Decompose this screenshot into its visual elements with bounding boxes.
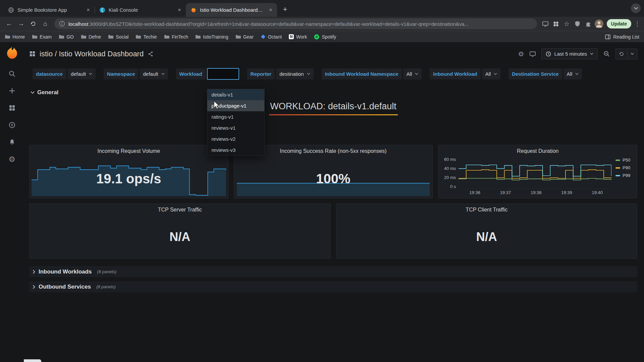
dashboard-grid-icon[interactable]	[29, 51, 36, 57]
new-tab-button[interactable]: +	[280, 4, 290, 15]
panel-row-2: TCP Server Traffic N/A TCP Client Traffi…	[29, 203, 637, 259]
var-dest-svc-label: Destination Service	[508, 68, 562, 79]
kiali-favicon-icon	[99, 7, 105, 13]
bookmark-folder-social[interactable]: Social	[108, 34, 128, 40]
profile-avatar[interactable]	[594, 19, 604, 29]
tab-simple-bookstore[interactable]: Simple Bookstore App ×	[3, 3, 95, 17]
panel-title[interactable]: TCP Client Traffic	[336, 204, 637, 213]
dropdown-item-reviews-v1[interactable]: reviews-v1	[207, 122, 264, 133]
cycle-view-icon[interactable]	[529, 51, 536, 57]
var-reporter-value[interactable]: destination	[276, 68, 314, 79]
chevron-down-icon	[575, 73, 579, 75]
dropdown-item-reviews-v2[interactable]: reviews-v2	[207, 133, 264, 144]
section-panel-count: (8 panels)	[97, 269, 116, 274]
refresh-icon[interactable]	[616, 49, 627, 59]
dropdown-item-details-v1[interactable]: details-v1	[207, 89, 264, 100]
panel-incoming-request-volume: Incoming Request Volume 19.1 ops/s	[29, 145, 228, 198]
duration-legend: P50 P90 P99	[611, 157, 634, 189]
create-plus-icon[interactable]	[8, 87, 16, 95]
grafana-logo[interactable]	[5, 46, 19, 60]
notion-icon: N	[289, 34, 294, 39]
section-inbound-workloads[interactable]: Inbound Workloads (8 panels)	[29, 266, 637, 277]
bookmark-octant[interactable]: Octant	[261, 34, 282, 40]
time-range-picker[interactable]: Last 5 minutes	[541, 48, 598, 59]
bookmark-folder-fintech[interactable]: FinTech	[164, 34, 188, 40]
legend-color-p99	[615, 175, 620, 176]
dashboard-header: istio / Istio Workload Dashboard ⚙ Last …	[24, 42, 644, 63]
puzzle-extensions-icon[interactable]	[583, 19, 593, 29]
desktop-share-icon[interactable]	[540, 19, 550, 29]
back-button[interactable]: ←	[3, 18, 15, 29]
success-rate-stat: 100%	[234, 171, 433, 186]
update-button[interactable]: Update	[607, 19, 631, 28]
close-icon[interactable]: ×	[85, 6, 92, 14]
workload-input[interactable]	[207, 68, 239, 80]
dashboards-icon[interactable]	[8, 104, 16, 112]
bookmark-folder-gear[interactable]: Gear	[235, 34, 254, 40]
dropdown-item-ratings-v1[interactable]: ratings-v1	[207, 111, 264, 122]
share-icon[interactable]	[148, 51, 154, 57]
tcp-client-stat: N/A	[336, 230, 637, 244]
close-icon[interactable]: ×	[267, 6, 274, 14]
address-bar[interactable]: localhost:3000/d/UbsSZTDik/istio-workloa…	[54, 18, 537, 29]
browser-menu-icon[interactable]: ⋮	[634, 19, 641, 29]
alerting-bell-icon[interactable]	[8, 138, 16, 146]
dropdown-item-productpage-v1[interactable]: productpage-v1	[207, 100, 264, 111]
dropdown-item-reviews-v3[interactable]: reviews-v3	[207, 144, 264, 156]
bookmark-spotify[interactable]: Spotify	[314, 34, 336, 40]
breadcrumb[interactable]: istio / Istio Workload Dashboard	[40, 50, 144, 58]
var-namespace-label: Namespace	[104, 68, 138, 79]
grafana-sidebar: ⚙	[0, 42, 24, 362]
dashboard-breadcrumb-wrap: istio / Istio Workload Dashboard	[29, 50, 154, 58]
bookmark-work-notion[interactable]: NWork	[289, 34, 307, 40]
bookmark-folder-techie[interactable]: Techie	[136, 34, 157, 40]
section-general-header[interactable]: General	[29, 83, 637, 96]
dashboard-settings-icon[interactable]: ⚙	[518, 50, 524, 58]
shield-extension-icon[interactable]	[573, 19, 583, 29]
close-icon[interactable]: ×	[176, 6, 183, 14]
search-icon[interactable]	[8, 70, 16, 77]
bookmark-star-icon[interactable]: ☆	[562, 19, 572, 29]
legend-color-p90	[615, 167, 620, 169]
panel-tcp-client-traffic: TCP Client Traffic N/A	[336, 203, 638, 259]
tab-kiali-console[interactable]: Kiali Console ×	[95, 3, 186, 17]
chevron-right-icon	[33, 285, 35, 289]
tab-istio-workload-dashboard[interactable]: Istio Workload Dashboard - Gr... ×	[186, 3, 277, 17]
home-button[interactable]: ⌂	[40, 18, 51, 29]
bookmark-folder-istiotraining[interactable]: IstioTraining	[195, 34, 228, 40]
var-inbound-workload-namespace: Inbound Workload Namespace All	[322, 68, 422, 79]
bookmarks-bar: Home Exam GO Defne Social Techie FinTech…	[0, 31, 644, 42]
section-panel-count: (8 panels)	[96, 284, 116, 289]
var-namespace-value[interactable]: default	[140, 68, 168, 79]
zoom-out-icon[interactable]	[603, 50, 610, 57]
section-outbound-services[interactable]: Outbound Services (8 panels)	[29, 281, 637, 292]
var-inbound-workload: Inbound Workload All	[430, 68, 500, 79]
panel-title[interactable]: Request Duration	[438, 145, 637, 154]
forward-button[interactable]: →	[15, 18, 27, 29]
legend-p50[interactable]: P50	[615, 158, 634, 163]
bookmark-folder-exam[interactable]: Exam	[32, 34, 52, 40]
configuration-gear-icon[interactable]: ⚙	[8, 156, 15, 163]
reading-list-button[interactable]: Reading List	[605, 34, 639, 40]
panel-title[interactable]: TCP Server Traffic	[30, 204, 330, 213]
refresh-interval-caret[interactable]	[627, 50, 637, 57]
template-variables-row: datasource default Namespace default Wor…	[24, 63, 644, 83]
legend-p99[interactable]: P99	[615, 173, 634, 178]
explore-compass-icon[interactable]	[8, 121, 16, 129]
screen: Simple Bookstore App × Kiali Console × I…	[0, 0, 644, 362]
bookmark-folder-home[interactable]: Home	[5, 34, 25, 40]
bookmark-folder-go[interactable]: GO	[59, 34, 74, 40]
tab-search-button[interactable]	[631, 3, 641, 13]
reload-button[interactable]	[28, 18, 39, 29]
var-workload: Workload details-v1 productpage-v1 ratin…	[176, 68, 239, 80]
apps-grid-icon[interactable]	[551, 19, 561, 29]
var-inbound-ns-value[interactable]: All	[403, 68, 422, 79]
var-dest-svc-value[interactable]: All	[564, 68, 582, 79]
var-inbound-wl-value[interactable]: All	[482, 68, 501, 79]
bookmark-folder-defne[interactable]: Defne	[81, 34, 101, 40]
legend-p90[interactable]: P90	[615, 165, 634, 170]
var-datasource-value[interactable]: default	[67, 68, 96, 79]
site-info-icon[interactable]	[59, 21, 65, 27]
chevron-right-icon	[33, 270, 35, 274]
panel-title[interactable]: Incoming Request Volume	[30, 145, 228, 154]
